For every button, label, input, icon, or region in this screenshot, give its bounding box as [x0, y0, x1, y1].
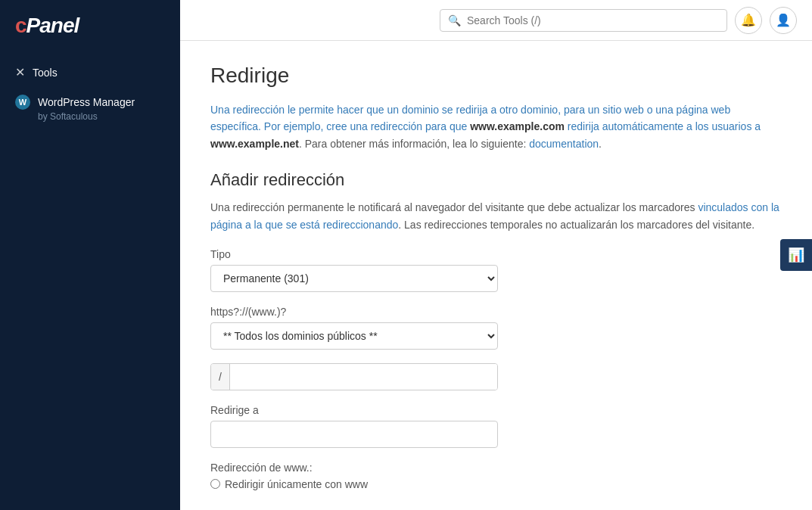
notifications-button[interactable]: 🔔 [735, 7, 762, 34]
tipo-label: Tipo [210, 248, 498, 260]
wordpress-sub-label: by Softaculous [15, 111, 165, 122]
path-row: / [210, 363, 498, 390]
intro-part2: redirija automáticamente a los usuarios … [565, 120, 761, 132]
sidebar-item-tools[interactable]: ✕ Tools [0, 58, 180, 87]
wordpress-icon: W [15, 95, 30, 110]
www-section: Redirección de www.: Redirigir únicament… [210, 462, 782, 490]
path-group: / [210, 363, 498, 390]
sidebar-item-tools-label: Tools [33, 67, 58, 79]
logo: cPanel [0, 0, 180, 51]
section-desc-highlight: vinculados con la página a la que se est… [210, 201, 779, 230]
www-label: Redirección de www.: [210, 462, 782, 474]
user-icon: 👤 [776, 13, 791, 27]
redirige-a-input[interactable] [210, 421, 498, 448]
redirige-a-group: Redirige a [210, 404, 498, 448]
wordpress-label: WordPress Manager [38, 96, 135, 108]
tools-icon: ✕ [15, 65, 25, 79]
domain-select[interactable]: ** Todos los dominios públicos ** [210, 322, 498, 350]
main-container: 🔍 🔔 👤 Redirige Una redirección le permit… [180, 0, 812, 510]
page-title: Redirige [210, 64, 782, 88]
tipo-select[interactable]: Permanente (301) Temporal (302) [210, 265, 498, 292]
search-box[interactable]: 🔍 [440, 9, 727, 32]
float-action-button[interactable]: 📊 [780, 239, 812, 271]
path-slash: / [211, 364, 230, 390]
www-radio-only-label: Redirigir únicamente con www [225, 478, 368, 490]
https-group: https?://(www.)? ** Todos los dominios p… [210, 306, 498, 350]
section-title: Añadir redirección [210, 170, 782, 190]
content-area: Redirige Una redirección le permite hace… [180, 41, 812, 510]
user-menu-button[interactable]: 👤 [770, 7, 797, 34]
chart-icon: 📊 [788, 247, 804, 263]
sidebar: cPanel ✕ Tools W WordPress Manager by So… [0, 0, 180, 510]
documentation-link[interactable]: documentation [529, 138, 599, 150]
section-description: Una redirección permanente le notificará… [210, 199, 782, 233]
intro-bold2: www.example.net [210, 138, 299, 150]
bell-icon: 🔔 [741, 13, 756, 27]
intro-text: Una redirección le permite hacer que un … [210, 101, 782, 152]
https-label: https?://(www.)? [210, 306, 498, 318]
redirige-a-label: Redirige a [210, 404, 498, 416]
sidebar-item-wordpress[interactable]: W WordPress Manager by Softaculous [0, 87, 180, 129]
tipo-group: Tipo Permanente (301) Temporal (302) [210, 248, 498, 292]
intro-bold1: www.example.com [470, 120, 565, 132]
sidebar-navigation: ✕ Tools W WordPress Manager by Softaculo… [0, 51, 180, 135]
www-radio-only[interactable] [210, 479, 220, 489]
topbar: 🔍 🔔 👤 [180, 0, 812, 41]
search-icon: 🔍 [448, 14, 461, 26]
www-radio-row: Redirigir únicamente con www [210, 478, 782, 490]
path-input[interactable] [230, 364, 497, 390]
search-input[interactable] [467, 14, 719, 26]
